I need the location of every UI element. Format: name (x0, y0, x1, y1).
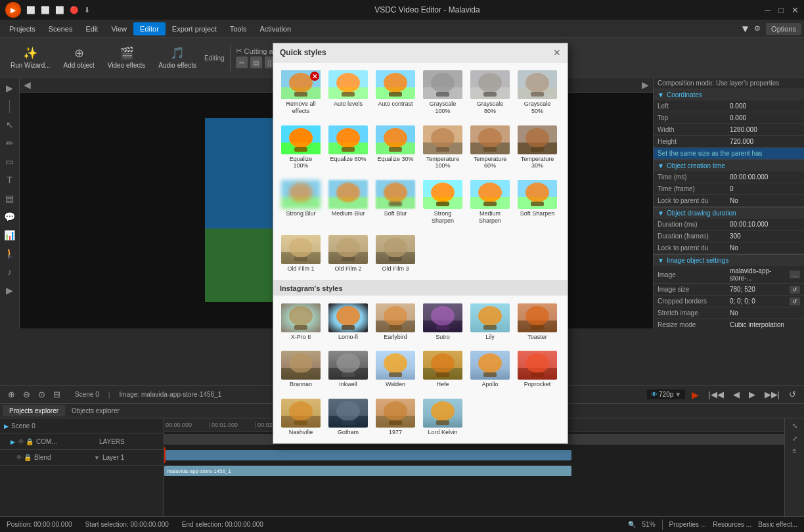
coordinates-header[interactable]: ▼ Coordinates (654, 89, 804, 100)
image-browse-button[interactable]: ... (790, 271, 800, 278)
projects-explorer-tab[interactable]: Projects explorer (3, 405, 65, 416)
menu-view[interactable]: View (104, 22, 133, 35)
cut-tool-1[interactable]: ✂ (236, 56, 248, 68)
qs-medium-blur[interactable]: Medium Blur (326, 177, 370, 227)
tl-forward-button[interactable]: ▶ (746, 388, 758, 401)
nav-right[interactable]: ▶ (642, 79, 649, 90)
tl-loop-button[interactable]: ↺ (786, 388, 799, 401)
quick-styles-scroll[interactable]: ✕ Remove all effects Auto levels Auto co… (273, 62, 568, 443)
menu-scenes[interactable]: Scenes (42, 22, 79, 35)
qs-strong-blur[interactable]: Strong Blur (279, 177, 323, 227)
com-expand[interactable]: ▶ (11, 439, 15, 445)
sidebar-text-icon[interactable]: T (2, 172, 18, 188)
properties-tab[interactable]: Properties ... (669, 521, 707, 528)
qs-nashville[interactable]: Nashville (279, 396, 323, 439)
qs-soft-sharpen[interactable]: Soft Sharpen (515, 177, 560, 227)
sidebar-pencil-icon[interactable]: ✏ (2, 135, 18, 151)
blend-dropdown[interactable]: ▼ (94, 454, 100, 461)
sidebar-subtitle-icon[interactable]: ▤ (2, 190, 18, 206)
tl-back-button[interactable]: ◀ (730, 388, 742, 401)
quick-styles-close-button[interactable]: ✕ (553, 47, 561, 58)
creation-time-header[interactable]: ▼ Object creation time (654, 160, 804, 171)
qs-poprocket[interactable]: Poprocket (515, 348, 560, 391)
basic-effects-tab[interactable]: Basic effect... (758, 521, 797, 528)
cropped-button[interactable]: ↺ (790, 298, 800, 305)
image-settings-header[interactable]: ▼ Image object settings (654, 255, 804, 266)
qs-earlybird[interactable]: Earlybird (373, 301, 418, 344)
expand-arrow[interactable]: ▶ (4, 423, 9, 430)
qs-equalize-60[interactable]: Equalize 60% (326, 123, 370, 173)
qs-hefe[interactable]: Hefe (420, 348, 465, 391)
qs-inkwell[interactable]: Inkwell (326, 348, 370, 391)
minimize-button[interactable]: ─ (765, 5, 770, 15)
qs-auto-levels[interactable]: Auto levels (326, 68, 370, 118)
resolution-selector[interactable]: 👁 720p ▼ (647, 389, 685, 399)
image-size-button[interactable]: ↺ (790, 286, 800, 294)
drawing-duration-header[interactable]: ▼ Object drawing duration (654, 208, 804, 219)
sidebar-speech-icon[interactable]: 💬 (2, 209, 18, 225)
video-effects-button[interactable]: 🎬 Video effects (102, 43, 150, 72)
track-eye-icon[interactable]: 👁 (18, 438, 24, 445)
scroll-button[interactable]: ≡ (790, 446, 799, 456)
menu-export[interactable]: Export project (166, 22, 223, 35)
tl-skipfwd-button[interactable]: ▶▶| (762, 388, 782, 401)
close-button[interactable]: ✕ (792, 5, 799, 15)
qs-xpro2[interactable]: X-Pro II (279, 301, 323, 344)
qs-temp-60[interactable]: Temperature 60% (468, 123, 512, 173)
track-lock-icon[interactable]: 🔒 (26, 438, 34, 445)
qs-old-film-2[interactable]: Old Film 2 (326, 233, 370, 275)
blend-eye-icon[interactable]: 👁 (16, 454, 22, 461)
qs-grayscale-50[interactable]: Grayscale 50% (515, 68, 560, 118)
qs-lord-kelvin[interactable]: Lord Kelvin (420, 396, 465, 439)
qs-apollo[interactable]: Apollo (468, 348, 512, 391)
tl-add-button[interactable]: ⊕ (5, 388, 18, 401)
qs-lily[interactable]: Lily (468, 301, 512, 344)
maximize-button[interactable]: □ (778, 5, 784, 15)
qs-gotham[interactable]: Gotham (326, 396, 370, 439)
sidebar-arrow-icon[interactable]: ▶ (2, 80, 18, 96)
add-object-button[interactable]: ⊕ Add object (58, 43, 100, 72)
qs-grayscale-80[interactable]: Grayscale 80% (468, 68, 512, 118)
sidebar-chart-icon[interactable]: 📊 (2, 227, 18, 243)
menu-projects[interactable]: Projects (3, 22, 42, 35)
qs-lomo-fi[interactable]: Lomo-fi (326, 301, 370, 344)
menu-edit[interactable]: Edit (79, 22, 104, 35)
run-wizard-button[interactable]: ✨ Run Wizard... (5, 43, 56, 72)
sidebar-shape-icon[interactable]: ▭ (2, 154, 18, 169)
sidebar-walk-icon[interactable]: 🚶 (2, 246, 18, 261)
qs-equalize-30[interactable]: Equalize 30% (373, 123, 418, 173)
audio-effects-button[interactable]: 🎵 Audio effects (153, 43, 202, 72)
qs-remove-all[interactable]: ✕ Remove all effects (279, 68, 323, 118)
qs-walden[interactable]: Walden (373, 348, 418, 391)
zoom-in-button[interactable]: ⤢ (790, 433, 800, 443)
qs-medium-sharpen[interactable]: Medium Sharpen (468, 177, 512, 227)
nav-left[interactable]: ◀ (24, 79, 31, 90)
menu-activation[interactable]: Activation (253, 22, 298, 35)
qs-brannan[interactable]: Brannan (279, 348, 323, 391)
qs-sutro[interactable]: Sutro (420, 301, 465, 344)
qs-temp-100[interactable]: Temperature 100% (420, 123, 465, 173)
sidebar-music-icon[interactable]: ♪ (2, 264, 18, 280)
cut-tool-2[interactable]: ▤ (250, 56, 262, 68)
qs-old-film-1[interactable]: Old Film 1 (279, 233, 323, 275)
qs-auto-contrast[interactable]: Auto contrast (373, 68, 418, 118)
sidebar-video-icon[interactable]: ▶ (2, 282, 18, 298)
blend-lock-icon[interactable]: 🔒 (24, 454, 32, 461)
titlebar-controls[interactable]: ─ □ ✕ (765, 5, 799, 15)
qs-grayscale-100[interactable]: Grayscale 100% (420, 68, 465, 118)
tl-lock-button[interactable]: ⊙ (35, 388, 48, 401)
tl-play-button[interactable]: ▶ (689, 388, 702, 401)
menu-tools[interactable]: Tools (223, 22, 254, 35)
qs-strong-sharpen[interactable]: Strong Sharpen (420, 177, 465, 227)
qs-soft-blur[interactable]: Soft Blur (373, 177, 418, 227)
tl-remove-button[interactable]: ⊖ (20, 388, 33, 401)
options-button[interactable]: Options (766, 23, 801, 35)
menu-editor[interactable]: Editor (133, 22, 166, 35)
qs-toaster[interactable]: Toaster (515, 301, 560, 344)
objects-explorer-tab[interactable]: Objects explorer (65, 405, 126, 416)
qs-temp-30[interactable]: Temperature 30% (515, 123, 560, 173)
sidebar-cursor-icon[interactable]: ↖ (2, 117, 18, 133)
resources-tab[interactable]: Resources ... (713, 521, 751, 528)
qs-1977[interactable]: 1977 (373, 396, 418, 439)
qs-equalize-100[interactable]: Equalize 100% (279, 123, 323, 173)
